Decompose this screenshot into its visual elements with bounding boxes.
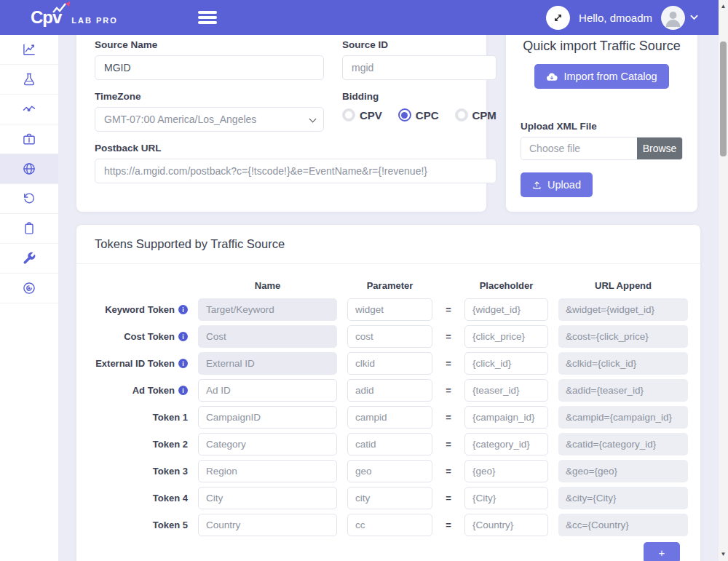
token-row-label: Cost Tokeni [95, 331, 188, 342]
source-id-input[interactable] [342, 55, 496, 80]
user-greeting: Hello, dmoadm [579, 12, 652, 24]
quick-import-card: Quick import Traffic Source Import from … [506, 35, 697, 212]
sidebar-item-lab[interactable] [0, 65, 58, 95]
equals-sign: = [443, 439, 454, 450]
token-parameter-input[interactable] [347, 352, 432, 375]
source-name-input[interactable] [95, 55, 324, 80]
token-name-input[interactable] [198, 298, 337, 321]
token-row: Ad Tokeni = &adid={teaser_id} [95, 379, 682, 402]
token-placeholder-input[interactable] [464, 406, 548, 429]
token-name-input[interactable] [198, 487, 337, 509]
token-parameter-input[interactable] [347, 325, 432, 348]
token-parameter-input[interactable] [347, 460, 432, 482]
bidding-radio-cpm[interactable]: CPM [455, 108, 496, 122]
page-scrollbar[interactable]: ▲ ▼ [719, 0, 728, 561]
token-parameter-input[interactable] [347, 298, 432, 321]
sidebar-item-stats[interactable] [0, 35, 58, 65]
token-placeholder-input[interactable] [464, 433, 548, 455]
tokens-table-header: Name Parameter Placeholder URL Append [95, 280, 682, 291]
token-placeholder-input[interactable] [464, 514, 548, 536]
token-parameter-input[interactable] [347, 406, 432, 429]
token-row: External ID Tokeni = &clkid={click_id} [95, 352, 682, 375]
token-url-append: &catid={category_id} [558, 433, 688, 455]
traffic-source-form-card: Source Name Source ID TimeZone GMT-07:00… [76, 35, 486, 212]
info-icon[interactable]: i [178, 359, 188, 368]
equals-sign: = [443, 304, 454, 315]
globe-icon [22, 162, 36, 176]
quick-import-title: Quick import Traffic Source [521, 39, 683, 54]
token-row-label: Ad Tokeni [95, 385, 188, 396]
token-row-label: External ID Tokeni [95, 358, 188, 369]
radio-icon [455, 108, 468, 122]
radio-icon [342, 108, 355, 122]
token-name-input[interactable] [198, 325, 337, 348]
postback-url-label: Postback URL [95, 143, 496, 154]
equals-sign: = [443, 466, 454, 477]
sidebar-item-offers[interactable] [0, 124, 58, 154]
cloud-download-icon [546, 72, 558, 81]
token-row-label: Token 2 [95, 439, 188, 450]
token-name-input[interactable] [198, 379, 337, 402]
token-placeholder-input[interactable] [464, 460, 548, 482]
sidebar-item-logs[interactable] [0, 214, 58, 244]
timezone-select[interactable]: GMT-07:00 America/Los_Angeles [95, 107, 324, 132]
fullscreen-button[interactable] [546, 6, 570, 30]
token-row: Token 4 = &city={City} [95, 487, 682, 509]
token-placeholder-input[interactable] [464, 352, 548, 375]
info-icon[interactable]: i [178, 305, 188, 314]
tokens-rows: Keyword Tokeni = &widget={widget_id} Cos… [95, 298, 682, 536]
scroll-down-arrow-icon[interactable]: ▼ [719, 549, 728, 560]
token-placeholder-input[interactable] [464, 325, 548, 348]
upload-button-label: Upload [547, 179, 581, 191]
token-row: Cost Tokeni = &cost={click_price} [95, 325, 682, 348]
sidebar-item-traffic-sources[interactable] [0, 154, 58, 184]
token-placeholder-input[interactable] [464, 298, 548, 321]
bidding-radio-cpc[interactable]: CPC [398, 108, 439, 122]
expand-icon [553, 12, 563, 23]
scroll-up-arrow-icon[interactable]: ▲ [719, 1, 728, 12]
token-placeholder-input[interactable] [464, 379, 548, 402]
sidebar-item-usage[interactable] [0, 274, 58, 303]
token-parameter-input[interactable] [347, 487, 432, 509]
token-name-input[interactable] [198, 352, 337, 375]
sidebar-item-trends[interactable] [0, 95, 58, 124]
info-icon[interactable]: i [178, 332, 188, 341]
add-token-button[interactable]: + [644, 542, 680, 561]
chart-trend-icon [22, 102, 36, 116]
chevron-down-icon [690, 15, 698, 20]
token-placeholder-input[interactable] [464, 487, 548, 509]
equals-sign: = [443, 331, 454, 342]
bidding-radio-cpv[interactable]: CPV [342, 108, 382, 122]
chart-area-icon [22, 42, 36, 57]
flask-icon [22, 72, 36, 87]
app-logo[interactable]: Cpv LAB PRO [31, 7, 118, 28]
token-parameter-input[interactable] [347, 433, 432, 455]
token-row: Token 5 = &cc={Country} [95, 514, 682, 536]
browse-button[interactable]: Browse [637, 138, 682, 159]
xml-file-input[interactable]: Choose file Browse [521, 137, 683, 160]
equals-sign: = [443, 358, 454, 369]
user-menu[interactable] [661, 6, 698, 30]
sidebar-nav [0, 35, 58, 561]
wrench-icon [22, 251, 36, 266]
token-name-input[interactable] [198, 514, 337, 536]
upload-button[interactable]: Upload [521, 172, 593, 197]
postback-url-input[interactable] [95, 159, 496, 183]
token-url-append: &geo={geo} [558, 460, 688, 482]
token-parameter-input[interactable] [347, 379, 432, 402]
import-button-label: Import from Catalog [563, 71, 657, 82]
scrollbar-thumb[interactable] [720, 41, 727, 156]
token-row-label: Token 4 [95, 493, 188, 504]
upload-xml-label: Upload XML File [521, 121, 683, 132]
import-from-catalog-button[interactable]: Import from Catalog [534, 64, 668, 89]
token-name-input[interactable] [198, 460, 337, 482]
info-icon[interactable]: i [178, 386, 188, 395]
sidebar-item-settings[interactable] [0, 244, 58, 274]
menu-toggle-button[interactable] [198, 9, 217, 27]
sidebar-item-history[interactable] [0, 184, 58, 214]
source-id-label: Source ID [342, 39, 496, 50]
token-parameter-input[interactable] [347, 514, 432, 536]
token-name-input[interactable] [198, 433, 337, 455]
token-name-input[interactable] [198, 406, 337, 429]
file-placeholder: Choose file [521, 138, 637, 159]
